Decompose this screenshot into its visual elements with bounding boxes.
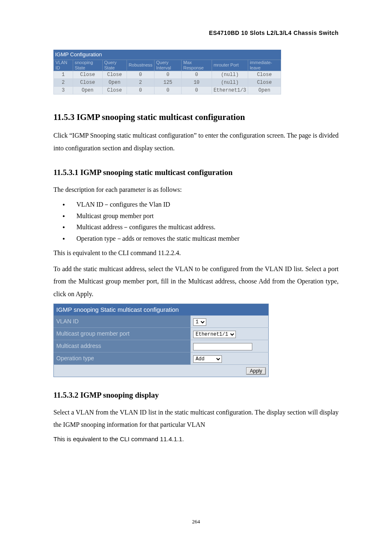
para-howto-11531: To add the static multicast address, sel…: [53, 263, 339, 300]
multicast-address-input[interactable]: [193, 343, 252, 350]
table-row: 1 Close Close 0 0 0 (null) Close: [54, 71, 281, 78]
th-query-interval: Query Interval: [154, 60, 182, 71]
heading-11-5-3-1: 11.5.3.1 IGMP snooping static multicast …: [53, 167, 339, 179]
static-multicast-config-panel: IGMP snooping Static multicast configura…: [53, 304, 269, 378]
th-snooping-state: snooping State: [73, 60, 102, 71]
label-member-port: Multicast group member port: [54, 328, 191, 340]
table-row: 2 Close Open 2 125 10 (null) Close: [54, 78, 281, 86]
vlan-id-select[interactable]: 1: [193, 318, 206, 326]
page-number: 264: [53, 518, 339, 526]
para-11532: Select a VLAN from the VLAN ID list in t…: [53, 406, 339, 431]
th-vlan-id: VLAN ID: [54, 60, 73, 71]
para-intro-11531: The description for each parameter is as…: [53, 184, 339, 196]
static-conf-caption: IGMP snooping Static multicast configura…: [54, 304, 269, 315]
label-vlan-id: VLAN ID: [54, 315, 191, 328]
table-row: 3 Open Close 0 0 0 Ethernet1/3 Open: [54, 86, 281, 94]
operation-type-select[interactable]: Add: [193, 355, 222, 363]
label-multicast-address: Multicast address: [54, 340, 191, 352]
th-immediate-leave: immediate-leave: [248, 60, 281, 71]
heading-11-5-3-2: 11.5.3.2 IGMP snooping display: [53, 389, 339, 401]
list-item: Operation type－adds or removes the stati…: [53, 233, 339, 244]
list-item: Multicast group member port: [53, 211, 339, 221]
apply-button[interactable]: Apply: [246, 367, 266, 375]
heading-11-5-3: 11.5.3 IGMP snooping static multicast co…: [53, 111, 339, 124]
list-item: Multicast address－configures the multica…: [53, 222, 339, 233]
para-equiv-11532: This is equivalent to the CLI command 11…: [53, 435, 339, 444]
th-max-response: Max Response: [182, 60, 212, 71]
th-mrouter-port: mrouter Port: [212, 60, 248, 71]
label-operation-type: Operation type: [54, 352, 191, 365]
list-item: VLAN ID－configures the Vlan ID: [53, 199, 339, 210]
page-header: ES4710BD 10 Slots L2/L3/L4 Chassis Switc…: [53, 29, 339, 37]
parameter-list: VLAN ID－configures the Vlan ID Multicast…: [53, 199, 339, 244]
para-11-5-3: Click “IGMP Snooping static multicast co…: [53, 129, 339, 154]
member-port-select[interactable]: Ethernet1/1: [193, 331, 236, 338]
th-query-state: Query State: [102, 60, 127, 71]
th-robustness: Robustness: [127, 60, 154, 71]
para-equiv-11531: This is equivalent to the CLI command 11…: [53, 247, 339, 259]
igmp-configuration-table: IGMP Configuration VLAN ID snooping Stat…: [53, 50, 281, 94]
igmp-config-caption: IGMP Configuration: [53, 50, 281, 60]
